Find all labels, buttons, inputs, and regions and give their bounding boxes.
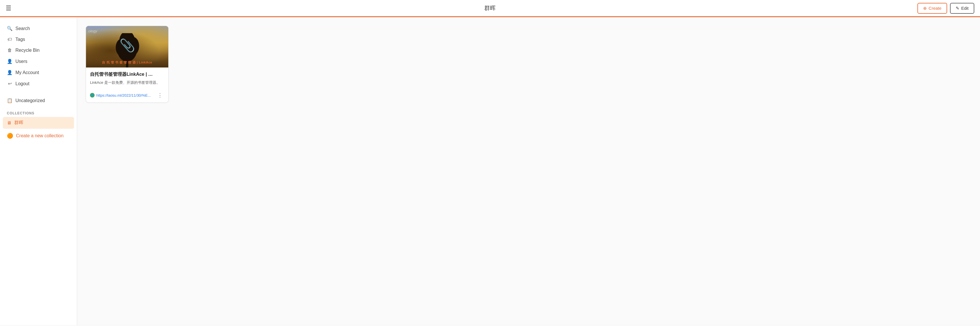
sidebar-item-recycle-bin[interactable]: 🗑 Recycle Bin [3, 45, 74, 56]
card-link-text: https://laosu.ml/2022/11/30/%E... [96, 93, 151, 97]
pencil-icon: ✎ [956, 6, 959, 11]
bookmark-card: 📎 ology 自 托 管 书 签 管 理 器 | LinkAce 自托管书签管… [86, 26, 169, 103]
sidebar-item-my-account[interactable]: 👤 My Account [3, 67, 74, 78]
trash-icon: 🗑 [7, 48, 13, 53]
main-layout: 🔍 Search 🏷 Tags 🗑 Recycle Bin 👤 Users 👤 … [0, 17, 980, 325]
collections-label: COLLECTIONS [0, 109, 77, 117]
site-logo-partial: ology [88, 29, 97, 33]
sidebar-uncategorized[interactable]: 📋 Uncategorized [0, 95, 77, 106]
card-link[interactable]: 🌐 https://laosu.ml/2022/11/30/%E... [90, 93, 151, 97]
sidebar-item-users[interactable]: 👤 Users [3, 56, 74, 67]
sidebar-collections: 🖥 群晖 [0, 117, 77, 129]
search-icon: 🔍 [7, 26, 13, 31]
paperclip-icon: 📎 [119, 38, 135, 53]
main-content: 📎 ology 自 托 管 书 签 管 理 器 | LinkAce 自托管书签管… [77, 17, 980, 325]
create-button[interactable]: ⊕ Create [918, 3, 947, 14]
header-actions: ⊕ Create ✎ Edit [918, 3, 974, 14]
favicon-icon: 🌐 [90, 93, 95, 97]
card-more-button[interactable]: ⋮ [156, 91, 164, 99]
logout-icon: ↩ [7, 81, 13, 86]
card-body: 自托管书签管理器LinkAce | … LinkAce 是一款免费、开源的书签管… [86, 67, 168, 91]
create-collection-icon: 🟠 [7, 133, 13, 139]
account-icon: 👤 [7, 70, 13, 75]
create-collection-button[interactable]: 🟠 Create a new collection [0, 130, 77, 142]
sidebar-item-search[interactable]: 🔍 Search [3, 23, 74, 34]
edit-button[interactable]: ✎ Edit [950, 3, 974, 14]
card-footer: 🌐 https://laosu.ml/2022/11/30/%E... ⋮ [86, 91, 168, 102]
card-image-overlay-text: 自 托 管 书 签 管 理 器 | LinkAce [86, 60, 168, 65]
card-title: 自托管书签管理器LinkAce | … [90, 72, 164, 77]
menu-icon[interactable]: ☰ [6, 5, 11, 12]
sidebar-nav: 🔍 Search 🏷 Tags 🗑 Recycle Bin 👤 Users 👤 … [0, 23, 77, 89]
users-icon: 👤 [7, 59, 13, 64]
app-header: ☰ 群晖 ⊕ Create ✎ Edit [0, 0, 980, 17]
uncategorized-icon: 📋 [7, 98, 13, 103]
card-image: 📎 ology 自 托 管 书 签 管 理 器 | LinkAce [86, 26, 168, 67]
plus-icon: ⊕ [923, 6, 927, 11]
page-title: 群晖 [484, 4, 496, 12]
sidebar-item-tags[interactable]: 🏷 Tags [3, 34, 74, 45]
card-description: LinkAce 是一款免费、开源的书签管理器。 [90, 80, 164, 86]
sidebar: 🔍 Search 🏷 Tags 🗑 Recycle Bin 👤 Users 👤 … [0, 17, 77, 325]
collection-icon: 🖥 [7, 120, 11, 126]
tag-icon: 🏷 [7, 37, 13, 42]
cards-grid: 📎 ology 自 托 管 书 签 管 理 器 | LinkAce 自托管书签管… [86, 26, 971, 103]
sidebar-collection-qunhui[interactable]: 🖥 群晖 [3, 117, 74, 129]
sidebar-item-logout[interactable]: ↩ Logout [3, 78, 74, 89]
